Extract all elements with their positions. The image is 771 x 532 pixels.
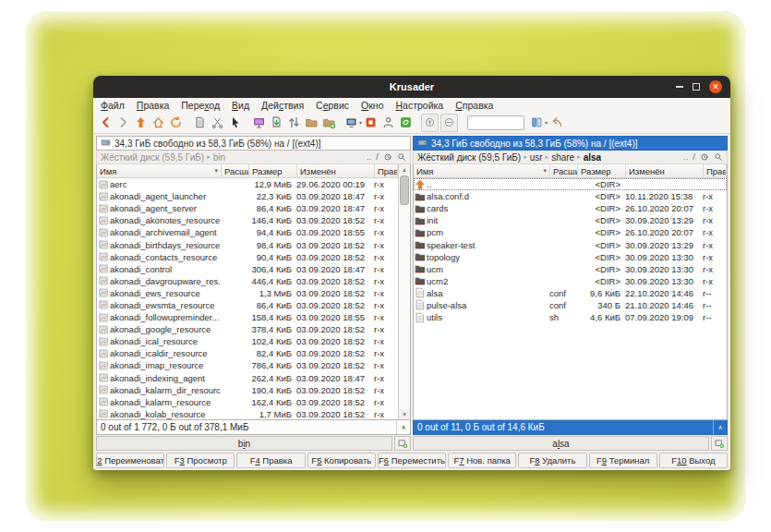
fkey-f4-button[interactable]: F4 Правка — [236, 453, 305, 468]
up-icon[interactable] — [132, 114, 150, 132]
column-header-perms[interactable]: Права — [375, 164, 398, 177]
fkey-f9-button[interactable]: F9 Терминал — [589, 453, 657, 468]
file-row-alsa.conf.d[interactable]: alsa.conf.d<DIR>10.11.2020 15:38r-x — [414, 190, 727, 202]
menu-item-tools[interactable]: Сервис — [316, 100, 349, 111]
tab-alsa[interactable]: alsa — [413, 436, 709, 451]
fkey-f3-button[interactable]: F3 Просмотр — [166, 453, 235, 468]
swap-icon[interactable] — [285, 114, 303, 132]
breadcrumb-segment-usr[interactable]: usr — [530, 152, 543, 163]
breadcrumb-segment-share[interactable]: share — [551, 152, 574, 163]
file-row-speaker-test[interactable]: speaker-test<DIR>30.09.2020 13:29r-x — [414, 238, 727, 250]
folder-icon[interactable] — [303, 114, 320, 132]
tab-bin[interactable]: bin — [96, 436, 392, 451]
column-header-name[interactable]: Имя▾ — [414, 164, 550, 177]
undo-icon[interactable] — [548, 114, 565, 132]
forward-icon[interactable] — [114, 114, 132, 132]
maximize-button[interactable] — [693, 83, 700, 91]
root-button[interactable]: / — [376, 152, 379, 162]
close-button[interactable]: ✕ — [709, 80, 722, 93]
file-row-akonadi_birthdays_resource[interactable]: akonadi_birthdays_resource98,4 КиБ03.09.… — [97, 238, 398, 250]
scrollbar[interactable]: ▲ ▼ — [398, 164, 410, 419]
breadcrumb-device[interactable]: Жёсткий диск (59,5 ГиБ) — [101, 152, 204, 163]
home-icon[interactable] — [150, 114, 167, 132]
file-row-akonadi_archivemail_agent[interactable]: akonadi_archivemail_agent94,4 КиБ03.09.2… — [97, 226, 398, 238]
file-row-init[interactable]: init<DIR>30.09.2020 13:29r-x — [414, 214, 727, 226]
file-row-akonadi_ical_resource[interactable]: akonadi_ical_resource102,4 КиБ03.09.2020… — [97, 335, 398, 347]
file-row-akonadi_kalarm_resource[interactable]: akonadi_kalarm_resource162,4 КиБ03.09.20… — [97, 396, 398, 408]
monitor-icon[interactable] — [250, 114, 268, 132]
file-row-akonadi_agent_server[interactable]: akonadi_agent_server86,4 КиБ03.09.2020 1… — [97, 202, 398, 214]
file-row-akonadi_imap_resource[interactable]: akonadi_imap_resource786,4 КиБ03.09.2020… — [97, 359, 398, 371]
file-row-akonadi_indexing_agent[interactable]: akonadi_indexing_agent262,4 КиБ03.09.202… — [97, 372, 398, 384]
new-tab-button[interactable] — [711, 436, 728, 451]
panel-filter-icon[interactable] — [714, 152, 723, 162]
fkey-f6-button[interactable]: F6 Переместить — [378, 453, 446, 468]
disk-eject-icon[interactable] — [440, 114, 458, 132]
sync-icon[interactable] — [397, 114, 415, 132]
updir-button[interactable]: .. — [683, 152, 688, 162]
breadcrumb-segment-bin[interactable]: bin — [213, 152, 225, 163]
file-row-akonadi_akonotes_resource[interactable]: akonadi_akonotes_resource146,4 КиБ03.09.… — [97, 214, 398, 226]
menu-item-go[interactable]: Переход — [181, 100, 220, 111]
refresh-icon[interactable] — [167, 114, 185, 132]
panel-filter-icon[interactable] — [397, 152, 406, 162]
titlebar[interactable]: Krusader ✕ — [93, 76, 730, 98]
breadcrumb-segment-alsa[interactable]: alsa — [584, 152, 601, 163]
file-row-akonadi_google_resource[interactable]: akonadi_google_resource378,4 КиБ03.09.20… — [97, 323, 398, 335]
fkey-f2-button[interactable]: F2 Переименовать — [96, 453, 164, 468]
status-collapse-chevron[interactable]: ∧ — [713, 420, 727, 434]
column-header-perms[interactable]: Права — [704, 164, 727, 177]
new-file-icon[interactable] — [191, 114, 209, 132]
status-collapse-chevron[interactable]: ∧ — [396, 420, 410, 434]
menu-item-view[interactable]: Вид — [232, 100, 249, 111]
file-row-alsa[interactable]: alsaconf9,6 КиБ22.10.2020 14:46r-- — [414, 287, 727, 299]
column-header-date[interactable]: Изменён — [297, 164, 375, 177]
file-row-akonadi_kolab_resource[interactable]: akonadi_kolab_resource1,7 МиБ03.09.2020 … — [97, 408, 398, 419]
disk-up-icon[interactable] — [421, 114, 439, 132]
file-row-akonadi_agent_launcher[interactable]: akonadi_agent_launcher22,3 КиБ03.09.2020… — [97, 190, 398, 202]
media-info-bar[interactable]: 34,3 ГиБ свободно из 58,3 ГиБ (58%) на /… — [413, 136, 728, 151]
fkey-f5-button[interactable]: F5 Копировать — [307, 453, 376, 468]
history-icon[interactable] — [700, 152, 709, 162]
file-row-pcm[interactable]: pcm<DIR>26.10.2020 20:07r-x — [414, 226, 727, 238]
user-icon[interactable] — [379, 114, 397, 132]
file-row-pulse-alsa[interactable]: pulse-alsaconf340 Б21.10.2020 14:46r-- — [414, 299, 727, 311]
scroll-down-arrow-icon[interactable]: ▼ — [399, 409, 410, 419]
column-header-size[interactable]: Размер — [249, 164, 297, 177]
cut-icon[interactable] — [209, 114, 226, 132]
file-row-ucm[interactable]: ucm<DIR>30.09.2020 13:30r-x — [414, 263, 727, 275]
menu-item-settings[interactable]: Настройка — [395, 100, 443, 111]
back-icon[interactable] — [97, 114, 114, 132]
menu-item-edit[interactable]: Правка — [137, 100, 169, 111]
column-header-date[interactable]: Изменён — [626, 164, 704, 177]
menu-item-help[interactable]: Справка — [455, 100, 493, 111]
file-row-akonadi_ews_resource[interactable]: akonadi_ews_resource1,3 МиБ03.09.2020 18… — [97, 287, 398, 299]
fkey-f10-button[interactable]: F10 Выход — [659, 453, 728, 468]
column-header-ext[interactable]: Расшир — [550, 164, 578, 177]
monitor-drop-icon[interactable]: ▾ — [344, 114, 362, 132]
breadcrumb-device[interactable]: Жёсткий диск (59,5 ГиБ) — [417, 152, 521, 163]
folder-new-icon[interactable] — [320, 114, 338, 132]
file-row-akonadi_ewsmta_resource[interactable]: akonadi_ewsmta_resource86,4 КиБ03.09.202… — [97, 299, 398, 311]
file-row-utils[interactable]: utilssh4,6 КиБ07.09.2020 19:09r-- — [414, 311, 727, 323]
menu-item-actions[interactable]: Действия — [261, 100, 304, 111]
file-row-..[interactable]: ..<DIR> — [414, 178, 727, 190]
scroll-up-arrow-icon[interactable]: ▲ — [399, 164, 410, 175]
cursor-icon[interactable] — [226, 114, 244, 132]
file-row-topology[interactable]: topology<DIR>30.09.2020 13:30r-x — [414, 251, 727, 263]
file-row-akonadi_icaldir_resource[interactable]: akonadi_icaldir_resource82,4 КиБ03.09.20… — [97, 347, 398, 359]
mount-icon[interactable] — [362, 114, 379, 132]
menu-item-file[interactable]: Файл — [101, 100, 125, 111]
file-row-akonadi_davgroupware_res...[interactable]: akonadi_davgroupware_res...446,4 КиБ03.0… — [97, 275, 398, 287]
column-header-ext[interactable]: Расшир — [222, 164, 249, 177]
column-header-size[interactable]: Размер — [578, 164, 626, 177]
file-row-akonadi_followupreminder...[interactable]: akonadi_followupreminder...158,4 КиБ03.0… — [97, 311, 398, 323]
minimize-button[interactable] — [676, 86, 683, 88]
scrollbar-thumb[interactable] — [400, 175, 409, 205]
media-info-bar[interactable]: 34,3 ГиБ свободно из 58,3 ГиБ (58%) на /… — [96, 136, 411, 151]
menu-item-window[interactable]: Окно — [361, 100, 383, 111]
file-download-icon[interactable] — [268, 114, 285, 132]
scrollbar-track[interactable] — [399, 175, 410, 409]
new-tab-button[interactable] — [394, 436, 411, 451]
file-row-akonadi_kalarm_dir_resource[interactable]: akonadi_kalarm_dir_resource190,4 КиБ03.0… — [97, 384, 398, 396]
